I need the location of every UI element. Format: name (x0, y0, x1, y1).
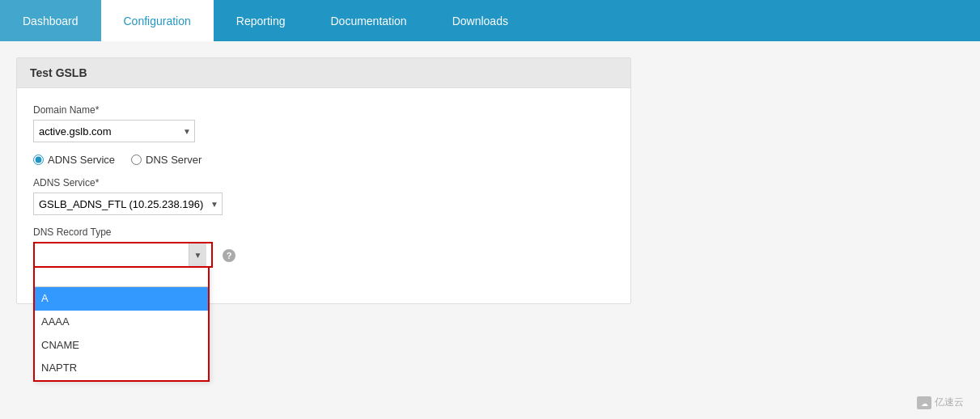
dns-option-aaaa[interactable]: AAAA (35, 311, 208, 334)
dns-server-radio[interactable] (131, 154, 142, 165)
watermark-logo-icon: ☁ (917, 396, 931, 409)
dns-record-type-label: DNS Record Type (33, 226, 614, 238)
domain-name-label: Domain Name* (33, 104, 614, 116)
domain-name-group: Domain Name* active.gslb.com ▼ (33, 104, 614, 142)
dns-option-naptr[interactable]: NAPTR (35, 357, 208, 380)
test-gslb-panel: Test GSLB Domain Name* active.gslb.com ▼… (16, 57, 631, 304)
nav-item-reporting[interactable]: Reporting (214, 0, 308, 41)
nav-label-dashboard: Dashboard (23, 15, 78, 28)
dns-dropdown-wrapper: ▼ A AAAA CNAME NAPTR (33, 242, 213, 268)
adns-service-select-wrapper: GSLB_ADNS_FTL (10.25.238.196) ▼ (33, 193, 223, 215)
nav-bar: Dashboard Configuration Reporting Docume… (0, 0, 980, 41)
dns-red-border: ▼ A AAAA CNAME NAPTR (33, 242, 213, 268)
svg-text:☁: ☁ (921, 400, 928, 408)
adns-service-radio[interactable] (33, 154, 44, 165)
adns-service-select[interactable]: GSLB_ADNS_FTL (10.25.238.196) (33, 193, 223, 215)
dns-select-box[interactable]: ▼ (35, 243, 211, 266)
watermark-text: 亿速云 (935, 396, 964, 409)
panel-title: Test GSLB (30, 66, 87, 79)
nav-item-documentation[interactable]: Documentation (308, 0, 429, 41)
panel-header: Test GSLB (17, 58, 630, 88)
dns-dropdown-search-input[interactable] (35, 268, 208, 287)
dns-server-radio-label[interactable]: DNS Server (131, 154, 202, 166)
dns-dropdown-chevron-btn[interactable]: ▼ (189, 243, 206, 266)
dns-dropdown-list: A AAAA CNAME NAPTR (33, 266, 210, 382)
dns-record-dropdown-container: ▼ A AAAA CNAME NAPTR (33, 242, 235, 268)
dns-option-cname[interactable]: CNAME (35, 334, 208, 358)
panel-body: Domain Name* active.gslb.com ▼ ADNS Serv… (17, 88, 630, 303)
main-content: Test GSLB Domain Name* active.gslb.com ▼… (0, 41, 980, 419)
adns-service-group: ADNS Service* GSLB_ADNS_FTL (10.25.238.1… (33, 177, 614, 215)
domain-name-select-wrapper: active.gslb.com ▼ (33, 120, 195, 142)
adns-service-radio-text: ADNS Service (48, 154, 115, 166)
nav-label-configuration: Configuration (124, 15, 191, 28)
nav-label-reporting: Reporting (236, 15, 286, 28)
watermark: ☁ 亿速云 (917, 396, 964, 409)
nav-item-downloads[interactable]: Downloads (430, 0, 531, 41)
watermark-icon: ☁ (917, 396, 931, 409)
dns-help-icon[interactable]: ? (223, 249, 235, 262)
service-type-group: ADNS Service DNS Server (33, 154, 614, 166)
adns-service-radio-label[interactable]: ADNS Service (33, 154, 115, 166)
nav-item-dashboard[interactable]: Dashboard (0, 0, 101, 41)
nav-item-configuration[interactable]: Configuration (101, 0, 214, 41)
dns-option-a[interactable]: A (35, 287, 208, 311)
dns-record-type-group: DNS Record Type ▼ (33, 226, 614, 268)
nav-label-documentation: Documentation (330, 15, 406, 28)
dns-server-radio-text: DNS Server (146, 154, 202, 166)
domain-name-select[interactable]: active.gslb.com (33, 120, 195, 142)
nav-label-downloads: Downloads (452, 15, 508, 28)
adns-service-label: ADNS Service* (33, 177, 614, 188)
